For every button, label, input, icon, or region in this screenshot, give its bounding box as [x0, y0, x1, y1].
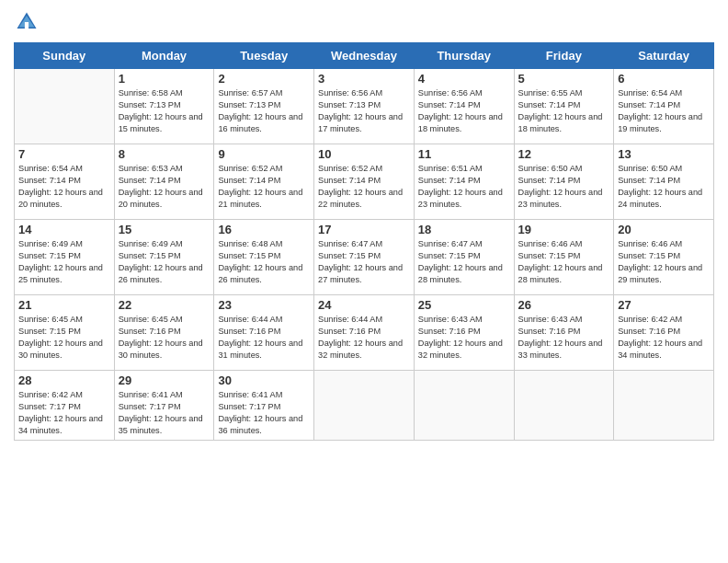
- sunset-label: Sunset: 7:14 PM: [618, 100, 680, 109]
- sunrise-label: Sunrise: 6:57 AM: [218, 88, 282, 98]
- calendar-cell: 5 Sunrise: 6:55 AM Sunset: 7:14 PM Dayli…: [514, 69, 614, 144]
- week-row-3: 14 Sunrise: 6:49 AM Sunset: 7:15 PM Dayl…: [15, 220, 714, 295]
- calendar-cell: 17 Sunrise: 6:47 AM Sunset: 7:15 PM Dayl…: [314, 220, 415, 295]
- sunset-label: Sunset: 7:14 PM: [518, 176, 581, 185]
- daylight-label: Daylight: 12 hours and 15 minutes.: [119, 112, 203, 133]
- calendar-cell: 9 Sunrise: 6:52 AM Sunset: 7:14 PM Dayli…: [214, 144, 314, 220]
- daylight-label: Daylight: 12 hours and 20 minutes.: [119, 188, 203, 209]
- date-number: 12: [518, 147, 610, 161]
- date-number: 6: [618, 72, 710, 86]
- calendar-cell: [414, 371, 514, 441]
- day-header-wednesday: Wednesday: [314, 43, 415, 69]
- sunrise-label: Sunrise: 6:46 AM: [518, 239, 583, 248]
- calendar-cell: 4 Sunrise: 6:56 AM Sunset: 7:14 PM Dayli…: [414, 69, 514, 144]
- date-number: 18: [418, 223, 510, 236]
- calendar-cell: 13 Sunrise: 6:50 AM Sunset: 7:14 PM Dayl…: [614, 144, 714, 220]
- day-header-thursday: Thursday: [414, 43, 514, 69]
- sunset-label: Sunset: 7:15 PM: [119, 251, 181, 260]
- date-number: 23: [218, 298, 310, 312]
- cell-info: Sunrise: 6:47 AM Sunset: 7:15 PM Dayligh…: [418, 238, 510, 286]
- calendar-cell: 25 Sunrise: 6:43 AM Sunset: 7:16 PM Dayl…: [414, 295, 514, 371]
- cell-info: Sunrise: 6:46 AM Sunset: 7:15 PM Dayligh…: [518, 238, 610, 286]
- sunset-label: Sunset: 7:14 PM: [18, 176, 81, 185]
- date-number: 19: [518, 223, 610, 236]
- sunset-label: Sunset: 7:16 PM: [518, 327, 581, 336]
- calendar-cell: 3 Sunrise: 6:56 AM Sunset: 7:13 PM Dayli…: [314, 69, 415, 144]
- calendar-cell: 11 Sunrise: 6:51 AM Sunset: 7:14 PM Dayl…: [414, 144, 514, 220]
- calendar-cell: [15, 69, 115, 144]
- daylight-label: Daylight: 12 hours and 36 minutes.: [218, 414, 302, 435]
- daylight-label: Daylight: 12 hours and 30 minutes.: [119, 339, 203, 360]
- cell-info: Sunrise: 6:56 AM Sunset: 7:14 PM Dayligh…: [418, 87, 510, 135]
- date-number: 28: [18, 373, 110, 387]
- date-number: 10: [318, 147, 410, 161]
- cell-info: Sunrise: 6:42 AM Sunset: 7:17 PM Dayligh…: [18, 389, 110, 437]
- cell-info: Sunrise: 6:41 AM Sunset: 7:17 PM Dayligh…: [119, 389, 210, 437]
- cell-info: Sunrise: 6:50 AM Sunset: 7:14 PM Dayligh…: [518, 163, 610, 211]
- week-row-5: 28 Sunrise: 6:42 AM Sunset: 7:17 PM Dayl…: [15, 371, 714, 441]
- daylight-label: Daylight: 12 hours and 16 minutes.: [218, 112, 302, 133]
- daylight-label: Daylight: 12 hours and 25 minutes.: [18, 263, 103, 284]
- daylight-label: Daylight: 12 hours and 22 minutes.: [318, 188, 403, 209]
- week-row-1: 1 Sunrise: 6:58 AM Sunset: 7:13 PM Dayli…: [15, 69, 714, 144]
- sunrise-label: Sunrise: 6:52 AM: [218, 164, 282, 173]
- sunset-label: Sunset: 7:15 PM: [418, 251, 481, 260]
- calendar-cell: 28 Sunrise: 6:42 AM Sunset: 7:17 PM Dayl…: [15, 371, 115, 441]
- date-number: 13: [618, 147, 710, 161]
- sunrise-label: Sunrise: 6:55 AM: [518, 88, 583, 98]
- date-number: 4: [418, 72, 510, 86]
- daylight-label: Daylight: 12 hours and 27 minutes.: [318, 263, 403, 284]
- sunrise-label: Sunrise: 6:54 AM: [18, 164, 83, 173]
- date-number: 17: [318, 223, 410, 236]
- cell-info: Sunrise: 6:43 AM Sunset: 7:16 PM Dayligh…: [418, 314, 510, 362]
- calendar-cell: [614, 371, 714, 441]
- sunrise-label: Sunrise: 6:43 AM: [518, 315, 583, 324]
- date-number: 24: [318, 298, 410, 312]
- date-number: 22: [119, 298, 210, 312]
- sunset-label: Sunset: 7:17 PM: [218, 402, 280, 411]
- date-number: 20: [618, 223, 710, 236]
- cell-info: Sunrise: 6:51 AM Sunset: 7:14 PM Dayligh…: [418, 163, 510, 211]
- cell-info: Sunrise: 6:58 AM Sunset: 7:13 PM Dayligh…: [119, 87, 210, 135]
- daylight-label: Daylight: 12 hours and 34 minutes.: [618, 339, 702, 360]
- cell-info: Sunrise: 6:54 AM Sunset: 7:14 PM Dayligh…: [18, 163, 110, 211]
- cell-info: Sunrise: 6:42 AM Sunset: 7:16 PM Dayligh…: [618, 314, 710, 362]
- sunrise-label: Sunrise: 6:43 AM: [418, 315, 483, 324]
- cell-info: Sunrise: 6:55 AM Sunset: 7:14 PM Dayligh…: [518, 87, 610, 135]
- sunset-label: Sunset: 7:15 PM: [18, 327, 81, 336]
- date-number: 25: [418, 298, 510, 312]
- daylight-label: Daylight: 12 hours and 34 minutes.: [18, 414, 103, 435]
- calendar-cell: 6 Sunrise: 6:54 AM Sunset: 7:14 PM Dayli…: [614, 69, 714, 144]
- day-header-saturday: Saturday: [614, 43, 714, 69]
- daylight-label: Daylight: 12 hours and 33 minutes.: [518, 339, 603, 360]
- sunrise-label: Sunrise: 6:41 AM: [119, 390, 183, 399]
- logo: [14, 9, 43, 35]
- day-header-friday: Friday: [514, 43, 614, 69]
- cell-info: Sunrise: 6:47 AM Sunset: 7:15 PM Dayligh…: [318, 238, 410, 286]
- calendar-table: SundayMondayTuesdayWednesdayThursdayFrid…: [14, 42, 714, 441]
- sunrise-label: Sunrise: 6:53 AM: [119, 164, 183, 173]
- calendar-cell: 8 Sunrise: 6:53 AM Sunset: 7:14 PM Dayli…: [114, 144, 214, 220]
- cell-info: Sunrise: 6:44 AM Sunset: 7:16 PM Dayligh…: [318, 314, 410, 362]
- calendar-cell: 7 Sunrise: 6:54 AM Sunset: 7:14 PM Dayli…: [15, 144, 115, 220]
- daylight-label: Daylight: 12 hours and 23 minutes.: [418, 188, 503, 209]
- sunrise-label: Sunrise: 6:49 AM: [18, 239, 83, 248]
- calendar-cell: 15 Sunrise: 6:49 AM Sunset: 7:15 PM Dayl…: [114, 220, 214, 295]
- daylight-label: Daylight: 12 hours and 21 minutes.: [218, 188, 302, 209]
- cell-info: Sunrise: 6:52 AM Sunset: 7:14 PM Dayligh…: [318, 163, 410, 211]
- cell-info: Sunrise: 6:57 AM Sunset: 7:13 PM Dayligh…: [218, 87, 310, 135]
- calendar-cell: [314, 371, 415, 441]
- cell-info: Sunrise: 6:52 AM Sunset: 7:14 PM Dayligh…: [218, 163, 310, 211]
- date-number: 16: [218, 223, 310, 236]
- calendar-cell: 24 Sunrise: 6:44 AM Sunset: 7:16 PM Dayl…: [314, 295, 415, 371]
- sunset-label: Sunset: 7:14 PM: [218, 176, 280, 185]
- calendar-cell: [514, 371, 614, 441]
- calendar-cell: 21 Sunrise: 6:45 AM Sunset: 7:15 PM Dayl…: [15, 295, 115, 371]
- daylight-label: Daylight: 12 hours and 18 minutes.: [418, 112, 503, 133]
- sunrise-label: Sunrise: 6:47 AM: [418, 239, 483, 248]
- cell-info: Sunrise: 6:45 AM Sunset: 7:15 PM Dayligh…: [18, 314, 110, 362]
- sunrise-label: Sunrise: 6:50 AM: [618, 164, 682, 173]
- sunrise-label: Sunrise: 6:41 AM: [218, 390, 282, 399]
- date-number: 3: [318, 72, 410, 86]
- daylight-label: Daylight: 12 hours and 32 minutes.: [418, 339, 503, 360]
